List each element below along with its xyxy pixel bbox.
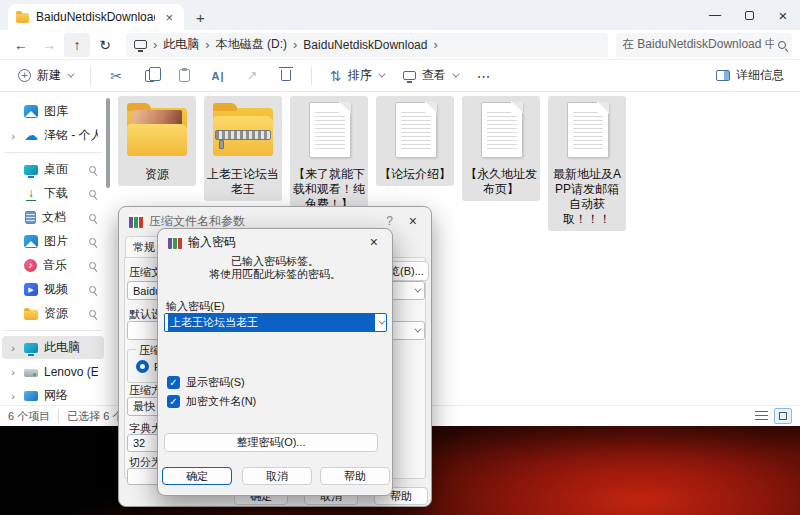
view-label: 查看 bbox=[422, 67, 446, 84]
this-pc-icon bbox=[134, 40, 147, 49]
file-item-txt-2[interactable]: 【论坛介绍】 bbox=[376, 96, 454, 186]
checkbox-checked-icon: ✓ bbox=[167, 395, 180, 408]
password-input-label: 输入密码(E) bbox=[166, 299, 225, 314]
chevron-down-icon bbox=[67, 71, 74, 78]
password-cancel-button[interactable]: 取消 bbox=[242, 467, 312, 485]
details-pane-button[interactable]: 详细信息 bbox=[710, 63, 790, 88]
crumb-separator: › bbox=[153, 37, 157, 52]
tab-close-icon[interactable]: × bbox=[162, 10, 176, 25]
file-name: 【永久地址发布页】 bbox=[464, 167, 538, 197]
checkbox-checked-icon: ✓ bbox=[167, 376, 180, 389]
sort-button[interactable]: ⇅ 排序 bbox=[322, 63, 391, 88]
back-button[interactable]: ← bbox=[8, 33, 34, 57]
gallery-icon bbox=[24, 105, 38, 118]
password-input[interactable]: 上老王论坛当老王 bbox=[164, 313, 387, 332]
sidebar-item-videos[interactable]: ▶ 视频 bbox=[2, 278, 104, 301]
chevron-down-icon bbox=[452, 71, 459, 78]
pictures-icon bbox=[24, 235, 38, 248]
icons-view-toggle[interactable] bbox=[774, 408, 792, 424]
sidebar-scrollbar[interactable] bbox=[106, 98, 110, 188]
new-button[interactable]: + 新建 bbox=[10, 63, 80, 88]
toolbar-divider bbox=[311, 67, 312, 85]
expander-icon[interactable]: › bbox=[8, 390, 18, 402]
expander-icon[interactable]: › bbox=[8, 130, 18, 142]
folder-icon bbox=[24, 310, 38, 320]
address-bar: ← → ↑ ↻ › 此电脑 › 本地磁盘 (D:) › BaiduNetdisk… bbox=[0, 30, 800, 60]
sort-arrows-icon: ⇅ bbox=[330, 69, 342, 83]
explorer-tab[interactable]: BaiduNetdiskDownload × bbox=[8, 4, 184, 30]
sidebar-item-onedrive[interactable]: › ☁ 泽铭 - 个人 bbox=[2, 124, 104, 147]
sidebar-divider bbox=[4, 152, 102, 153]
file-item-txt-1[interactable]: 【来了就能下载和观看！纯免费！】 bbox=[290, 96, 368, 216]
sidebar-item-downloads[interactable]: ↓ 下载 bbox=[2, 182, 104, 205]
text-file-icon bbox=[469, 102, 533, 162]
pin-icon bbox=[89, 214, 96, 221]
sidebar-item-pictures[interactable]: 图片 bbox=[2, 230, 104, 253]
radio-icon bbox=[136, 360, 149, 373]
sidebar-item-lenovo-e[interactable]: › Lenovo (E:) bbox=[2, 360, 104, 383]
sidebar-item-desktop[interactable]: 桌面 bbox=[2, 158, 104, 181]
file-item-ziyuan[interactable]: 资源 bbox=[118, 96, 196, 186]
file-item-zip[interactable]: 上老王论坛当老王 bbox=[204, 96, 282, 201]
password-close-icon[interactable]: × bbox=[366, 234, 382, 250]
file-item-txt-3[interactable]: 【永久地址发布页】 bbox=[462, 96, 540, 201]
share-button[interactable]: ↗ bbox=[237, 64, 267, 88]
breadcrumb-current-folder[interactable]: BaiduNetdiskDownload bbox=[303, 38, 427, 52]
close-button[interactable]: × bbox=[766, 0, 800, 30]
search-icon bbox=[778, 41, 786, 49]
file-item-txt-4[interactable]: 最新地址及APP请发邮箱自动获取！！！ bbox=[548, 96, 626, 231]
network-icon bbox=[24, 391, 38, 401]
paste-button[interactable] bbox=[169, 64, 199, 88]
breadcrumb-this-pc[interactable]: 此电脑 bbox=[163, 36, 199, 53]
breadcrumb-drive-d[interactable]: 本地磁盘 (D:) bbox=[216, 36, 287, 53]
copy-button[interactable] bbox=[135, 64, 165, 88]
minimize-button[interactable]: — bbox=[698, 0, 732, 30]
view-button[interactable]: 查看 bbox=[395, 63, 465, 88]
up-button[interactable]: ↑ bbox=[64, 33, 90, 57]
password-ok-button[interactable]: 确定 bbox=[162, 467, 232, 485]
tab-title: BaiduNetdiskDownload bbox=[36, 10, 155, 24]
winrar-icon bbox=[129, 215, 143, 228]
more-options-button[interactable]: ⋯ bbox=[469, 68, 499, 84]
sidebar-item-documents[interactable]: 文档 bbox=[2, 206, 104, 229]
rar-close-icon[interactable]: × bbox=[405, 213, 421, 229]
pin-icon bbox=[89, 262, 96, 269]
search-input[interactable]: 在 BaiduNetdiskDownload 中搜索 bbox=[616, 33, 792, 57]
sidebar-item-this-pc[interactable]: › 此电脑 bbox=[2, 336, 104, 359]
encrypt-names-checkbox[interactable]: ✓ 加密文件名(N) bbox=[167, 394, 256, 409]
file-name: 上老王论坛当老王 bbox=[206, 167, 280, 197]
details-view-toggle[interactable] bbox=[755, 411, 768, 421]
show-password-label: 显示密码(S) bbox=[186, 375, 245, 390]
show-password-checkbox[interactable]: ✓ 显示密码(S) bbox=[167, 375, 245, 390]
organize-passwords-button[interactable]: 整理密码(O)... bbox=[164, 433, 378, 452]
new-tab-button[interactable]: + bbox=[196, 9, 205, 26]
rename-button[interactable]: A| bbox=[203, 64, 233, 88]
command-bar: + 新建 ✂ A| ↗ ⇅ 排序 查看 ⋯ 详细信息 bbox=[0, 60, 800, 92]
password-dialog-titlebar: 输入密码 × bbox=[158, 229, 392, 255]
crumb-separator: › bbox=[205, 37, 209, 52]
password-help-button[interactable]: 帮助 bbox=[320, 467, 390, 485]
delete-button[interactable] bbox=[271, 64, 301, 88]
sidebar-item-gallery[interactable]: 图库 bbox=[2, 100, 104, 123]
pin-icon bbox=[89, 286, 96, 293]
forward-button[interactable]: → bbox=[36, 33, 62, 57]
refresh-button[interactable]: ↻ bbox=[92, 33, 118, 57]
folder-image-icon bbox=[125, 102, 189, 162]
maximize-button[interactable] bbox=[732, 0, 766, 30]
cut-button[interactable]: ✂ bbox=[101, 64, 131, 88]
icons-view-icon bbox=[779, 412, 787, 420]
expander-icon[interactable]: › bbox=[8, 342, 18, 354]
expander-icon[interactable]: › bbox=[8, 366, 18, 378]
this-pc-icon bbox=[24, 343, 38, 353]
pin-icon bbox=[89, 238, 96, 245]
sidebar-item-network[interactable]: › 网络 bbox=[2, 384, 104, 407]
help-icon[interactable]: ? bbox=[380, 214, 399, 228]
sidebar-item-ziyuan[interactable]: 资源 bbox=[2, 302, 104, 325]
crumb-separator: › bbox=[433, 37, 437, 52]
password-dialog-title: 输入密码 bbox=[188, 234, 360, 251]
maximize-icon bbox=[745, 11, 754, 20]
sidebar-item-music[interactable]: ♪ 音乐 bbox=[2, 254, 104, 277]
details-label: 详细信息 bbox=[736, 67, 784, 84]
breadcrumb[interactable]: › 此电脑 › 本地磁盘 (D:) › BaiduNetdiskDownload… bbox=[126, 33, 608, 57]
drive-icon bbox=[24, 369, 38, 377]
